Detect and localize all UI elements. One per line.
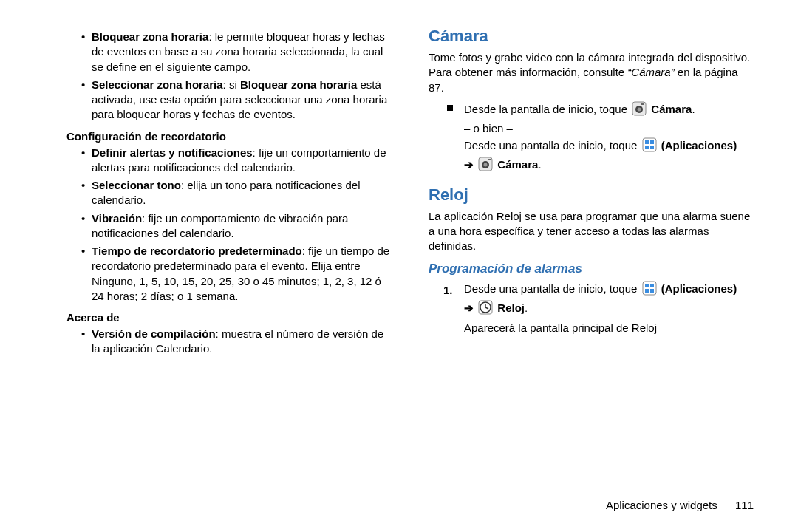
subsection-heading: Programación de alarmas xyxy=(429,262,754,276)
svg-rect-15 xyxy=(650,284,654,287)
square-bullet-icon xyxy=(447,105,453,111)
section-heading-reloj: Reloj xyxy=(429,185,754,205)
step-text: Desde una pantalla de inicio, toque xyxy=(464,282,641,295)
list-item: Seleccionar tono: elija un tono para not… xyxy=(81,178,392,208)
step-number: 1. xyxy=(443,282,453,299)
left-column: Bloquear zona horaria: le permite bloque… xyxy=(44,27,392,510)
camera-icon xyxy=(478,157,493,177)
bullet-list: Definir alertas y notificaciones: fije u… xyxy=(66,146,392,304)
reloj-intro: La aplicación Reloj se usa para programa… xyxy=(429,209,754,254)
svg-rect-14 xyxy=(645,284,649,287)
svg-rect-7 xyxy=(645,146,649,149)
svg-point-11 xyxy=(484,163,488,167)
list-item: Tiempo de recordatorio predeterminado: f… xyxy=(81,244,392,304)
arrow-icon: ➔ xyxy=(464,158,474,171)
page-number: 111 xyxy=(735,499,754,511)
apps-label: (Aplicaciones) xyxy=(661,139,737,151)
or-text: – o bien – xyxy=(464,122,513,134)
manual-page: Bloquear zona horaria: le permite bloque… xyxy=(0,0,798,532)
item-bold: Bloquear zona horaria xyxy=(240,78,357,91)
svg-rect-5 xyxy=(645,140,649,144)
item-label: Vibración xyxy=(92,212,142,225)
step-text: Desde la pantalla de inicio, toque xyxy=(464,103,630,115)
period: . xyxy=(525,301,528,314)
apps-icon xyxy=(642,281,657,301)
apps-icon xyxy=(642,137,657,157)
apps-label: (Aplicaciones) xyxy=(661,282,737,295)
subheading: Configuración de recordatorio xyxy=(66,130,392,143)
right-column: Cámara Tome fotos y grabe video con la c… xyxy=(421,27,754,510)
item-label: Seleccionar tono xyxy=(92,179,181,191)
step-result: Aparecerá la pantalla principal de Reloj xyxy=(464,321,657,334)
list-item: Bloquear zona horaria: le permite bloque… xyxy=(81,30,392,75)
svg-rect-6 xyxy=(650,140,654,144)
page-footer: Aplicaciones y widgets 111 xyxy=(606,499,754,511)
step-list: Desde la pantalla de inicio, toque Cámar… xyxy=(429,101,754,177)
list-item: Vibración: fije un comportamiento de vib… xyxy=(81,211,392,242)
reference: “Cámara” xyxy=(627,66,674,78)
arrow-icon: ➔ xyxy=(464,301,474,314)
item-label: Tiempo de recordatorio predeterminado xyxy=(92,245,302,257)
period: . xyxy=(692,103,695,115)
item-label: Definir alertas y notificaciones xyxy=(92,146,253,159)
list-item: Seleccionar zona horaria: si Bloquear zo… xyxy=(81,78,392,123)
step-item: Desde la pantalla de inicio, toque Cámar… xyxy=(443,101,754,177)
svg-point-2 xyxy=(638,107,641,111)
svg-rect-8 xyxy=(650,146,654,149)
camera-icon xyxy=(632,101,647,121)
svg-rect-17 xyxy=(650,289,654,293)
svg-rect-16 xyxy=(645,289,649,293)
camera-label: Cámara xyxy=(651,103,692,115)
clock-label: Reloj xyxy=(497,301,525,314)
camera-label: Cámara xyxy=(497,158,538,171)
item-label: Bloquear zona horaria xyxy=(92,30,208,43)
svg-rect-3 xyxy=(641,103,644,105)
svg-rect-4 xyxy=(643,138,656,151)
bullet-list: Bloquear zona horaria: le permite bloque… xyxy=(66,30,392,123)
step-text: Desde una pantalla de inicio, toque xyxy=(464,139,641,151)
step-item: 1. Desde una pantalla de inicio, toque (… xyxy=(443,281,754,337)
ordered-step-list: 1. Desde una pantalla de inicio, toque (… xyxy=(429,281,754,337)
list-item: Versión de compilación: muestra el númer… xyxy=(81,327,392,357)
svg-rect-12 xyxy=(488,159,491,160)
svg-rect-13 xyxy=(643,282,656,295)
item-label: Versión de compilación xyxy=(92,327,216,340)
subheading: Acerca de xyxy=(66,311,392,324)
item-label: Seleccionar zona horaria xyxy=(92,78,223,91)
list-item: Definir alertas y notificaciones: fije u… xyxy=(81,146,392,176)
item-text: : si xyxy=(223,78,240,91)
bullet-list: Versión de compilación: muestra el númer… xyxy=(66,327,392,357)
period: . xyxy=(538,158,541,171)
camara-intro: Tome fotos y grabe video con la cámara i… xyxy=(429,50,754,95)
footer-section: Aplicaciones y widgets xyxy=(606,499,717,511)
section-heading-camara: Cámara xyxy=(429,27,754,46)
clock-icon xyxy=(478,300,493,320)
